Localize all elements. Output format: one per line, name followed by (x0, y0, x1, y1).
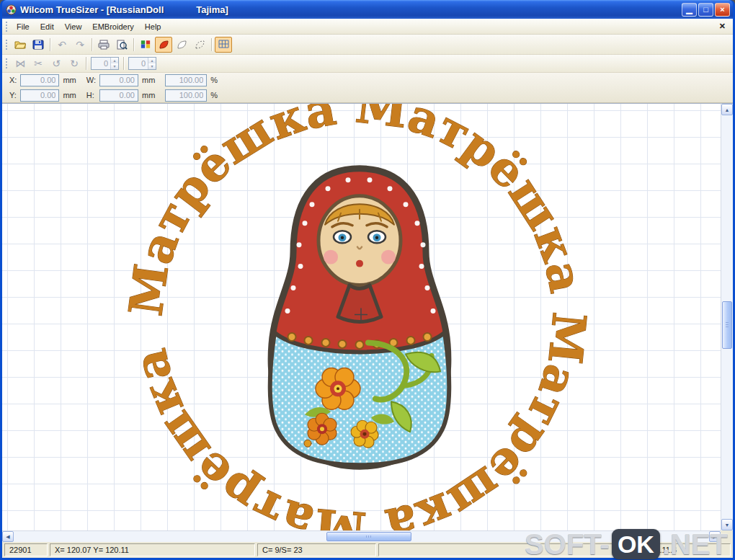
horizontal-scroll-thumb[interactable] (326, 532, 411, 541)
menu-bar: File Edit View EMBroidery Help ✕ (2, 19, 733, 35)
spinner-up-icon[interactable]: ▴ (148, 58, 156, 63)
save-button[interactable] (30, 37, 47, 53)
save-floppy-icon (32, 40, 44, 50)
position-group: X: mm Y: mm (9, 74, 76, 102)
title-bar[interactable]: Wilcom TrueSizer - [RussianDoll Tajima] … (2, 0, 733, 19)
app-icon (5, 4, 17, 15)
menu-view[interactable]: View (60, 21, 87, 32)
vertical-scrollbar[interactable]: ▲ ▼ (721, 103, 733, 530)
watermark-ok-badge: OK (612, 529, 660, 559)
toolbar-separator (211, 38, 212, 51)
x-field[interactable] (20, 74, 59, 86)
toolbar-separator (123, 57, 124, 70)
rotate-right-button[interactable]: ↻ (66, 55, 83, 71)
size-group: W: mm H: mm (86, 74, 156, 102)
stitch-view-icon (159, 40, 169, 50)
skew-angle-input[interactable] (129, 58, 148, 69)
undo-button[interactable]: ↶ (53, 37, 71, 53)
y-unit: mm (63, 91, 76, 99)
watermark-net: .NET (662, 528, 728, 560)
watermark-soft: SOFT- (525, 528, 610, 560)
menu-file[interactable]: File (12, 21, 35, 32)
vertical-scroll-track[interactable] (721, 115, 733, 519)
x-unit: mm (63, 76, 76, 84)
artistic-view-button[interactable] (173, 37, 190, 53)
menu-edit[interactable]: Edit (35, 21, 59, 32)
stitch-count: 22901 (4, 543, 48, 556)
printer-icon (98, 40, 110, 50)
rotate-angle-field[interactable]: ▴ ▾ (91, 57, 119, 70)
toolbar-separator (86, 57, 86, 70)
scale-h-unit: % (210, 91, 218, 99)
toolbar-grip[interactable] (6, 40, 8, 50)
toolbar-edit: ⋈ ✂ ↺ ↻ ▴ ▾ ▴ ▾ (2, 55, 733, 73)
mouth (356, 260, 363, 267)
right-cheek (381, 250, 396, 265)
menu-grip[interactable] (6, 22, 8, 32)
window-title: Wilcom TrueSizer - [RussianDoll (20, 4, 164, 15)
cut-button[interactable]: ✂ (30, 55, 47, 71)
grid-toggle-button[interactable] (215, 37, 232, 53)
scale-group: % % (165, 74, 218, 102)
embroidery-design[interactable]: Матрёшка Матрёшка Матрёшка Матрёшка (2, 104, 721, 530)
w-unit: mm (142, 76, 155, 84)
rotate-angle-input[interactable] (92, 58, 110, 69)
scroll-up-button[interactable]: ▲ (721, 104, 733, 115)
rotate-left-button[interactable]: ↺ (48, 55, 65, 71)
flip-horizontal-icon: ⋈ (15, 58, 25, 68)
close-document-icon[interactable]: ✕ (715, 22, 730, 31)
design-canvas[interactable]: Матрёшка Матрёшка Матрёшка Матрёшка (2, 103, 721, 530)
minimize-button[interactable]: ▁ (682, 3, 697, 17)
artistic-view-icon (177, 40, 187, 50)
vertical-scroll-thumb[interactable] (722, 301, 732, 349)
grid-icon (218, 40, 229, 49)
redo-button[interactable]: ↷ (71, 37, 89, 53)
print-button[interactable] (95, 37, 112, 53)
export-design-button[interactable] (137, 37, 154, 53)
work-area: Матрёшка Матрёшка Матрёшка Матрёшка (2, 103, 733, 530)
toolbar-main: ↶ ↷ (2, 35, 733, 55)
scale-w-unit: % (210, 76, 218, 84)
stitch-view-button[interactable] (155, 37, 172, 53)
x-label: X: (9, 76, 17, 84)
h-label: H: (86, 91, 96, 99)
toolbar-separator (133, 38, 134, 51)
scroll-left-button[interactable]: ◀ (2, 531, 14, 542)
height-field[interactable] (99, 89, 138, 102)
menu-embroidery[interactable]: EMBroidery (87, 21, 138, 32)
matryoshka-doll[interactable] (270, 169, 450, 466)
open-folder-icon (14, 40, 26, 50)
menu-help[interactable]: Help (140, 21, 166, 32)
h-unit: mm (142, 91, 155, 99)
print-preview-button[interactable] (113, 37, 130, 53)
flip-horizontal-button[interactable]: ⋈ (12, 55, 29, 71)
maximize-button[interactable]: □ (698, 3, 713, 17)
open-button[interactable] (12, 37, 29, 53)
watermark: SOFT- OK .NET (525, 528, 728, 560)
redo-icon: ↷ (76, 40, 84, 50)
transform-panel: X: mm Y: mm W: mm H: mm % % (2, 73, 733, 103)
color-stitch-info: C= 9/S= 23 (257, 543, 376, 556)
close-button[interactable]: × (715, 3, 730, 17)
undo-icon: ↶ (58, 40, 66, 50)
w-label: W: (86, 76, 96, 84)
outline-view-button[interactable] (191, 37, 208, 53)
spinner-down-icon[interactable]: ▾ (111, 63, 118, 69)
scale-height-field[interactable] (165, 89, 207, 102)
rotate-angle-spinner[interactable]: ▴ ▾ (110, 58, 118, 69)
scale-width-field[interactable] (165, 74, 207, 86)
toolbar-separator (92, 38, 92, 51)
pointer-coordinates: X= 120.07 Y= 120.11 (50, 543, 255, 556)
skew-angle-field[interactable]: ▴ ▾ (128, 57, 156, 70)
rotate-left-icon: ↺ (52, 58, 61, 68)
y-label: Y: (9, 91, 17, 99)
scissors-icon: ✂ (34, 58, 43, 68)
toolbar-grip[interactable] (6, 58, 8, 68)
skew-angle-spinner[interactable]: ▴ ▾ (148, 58, 156, 69)
width-field[interactable] (99, 74, 138, 86)
spinner-up-icon[interactable]: ▴ (111, 58, 118, 63)
window-title-doc: Tajima] (196, 4, 228, 15)
spinner-down-icon[interactable]: ▾ (148, 63, 156, 69)
y-field[interactable] (20, 89, 59, 102)
left-cheek (324, 250, 338, 265)
